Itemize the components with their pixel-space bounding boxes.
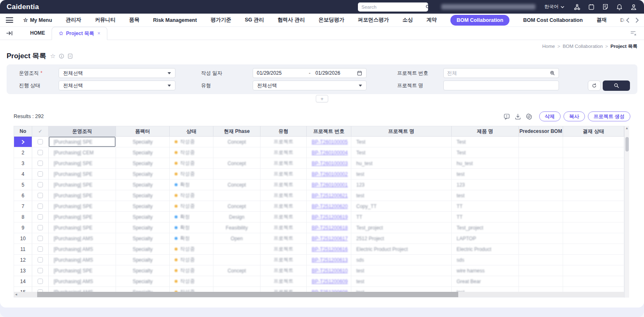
memo-icon[interactable] (602, 3, 609, 10)
project-number-link[interactable]: BP-T251200621 (312, 193, 348, 199)
menu-item-평가기준[interactable]: 평가기준 (211, 17, 231, 24)
menu-item-소싱[interactable]: 소싱 (402, 17, 413, 24)
row-checkbox[interactable] (38, 193, 43, 198)
table-row[interactable]: 12[Purchasing] AMSSpecialty작성중프로젝트BP-T25… (14, 255, 629, 265)
table-row[interactable]: 11[Purchasing] AMSSpecialty작성중프로젝트BP-T25… (14, 244, 629, 255)
delete-button[interactable]: 삭제 (539, 111, 561, 121)
project-number-link[interactable]: BP-T251200613 (312, 257, 348, 263)
created-date-range[interactable]: 01/29/2025 - 01/29/2026 (253, 68, 367, 78)
create-project-button[interactable]: 프로젝트 생성 (588, 111, 630, 121)
menu-item-sg-관리[interactable]: SG 관리 (245, 17, 264, 24)
menu-item-bom-collaboration[interactable]: BOM Collaboration (450, 15, 509, 26)
table-row[interactable]: 13[Purchasing] SPESpecialty작성중Concept프로젝… (14, 265, 629, 276)
org-select[interactable]: 전체선택 (59, 68, 175, 78)
settings-icon[interactable] (526, 113, 533, 120)
column-header-org[interactable]: 운영조직 (49, 126, 116, 137)
table-row[interactable]: 10[Purchasing] AMSSpecialty확정Open프로젝트BP-… (14, 233, 629, 244)
star-icon[interactable]: ☆ (50, 53, 55, 59)
project-number-link[interactable]: BP-T251200609 (312, 279, 348, 284)
date-from[interactable]: 01/29/2025 (257, 70, 309, 76)
global-search[interactable] (358, 2, 428, 12)
project-number-link[interactable]: BP-T260100002 (312, 171, 348, 177)
scroll-left-icon[interactable]: ◄ (14, 293, 19, 296)
menu-item-협력사-관리[interactable]: 협력사 관리 (277, 17, 305, 24)
column-header-projectNo[interactable]: 프로젝트 번호 (307, 126, 351, 137)
menu-item-bom-cost-collaboration[interactable]: BOM Cost Collaboration (523, 17, 582, 23)
copy-button[interactable]: 복사 (564, 111, 585, 121)
project-number-link[interactable]: BP-T251200617 (312, 236, 348, 241)
row-checkbox[interactable] (38, 161, 43, 166)
breadcrumb-item[interactable]: Home (542, 44, 555, 49)
tab-close-icon[interactable]: × (97, 31, 100, 36)
column-header-formFactor[interactable]: 폼팩터 (116, 126, 170, 137)
menu-item-온보딩평가[interactable]: 온보딩평가 (318, 17, 344, 24)
menu-item-my-menu[interactable]: ☆My Menu (23, 17, 52, 23)
search-icon[interactable] (425, 4, 431, 9)
row-checkbox[interactable] (38, 139, 43, 144)
row-checkbox[interactable] (38, 182, 43, 187)
zoom-search-icon[interactable] (549, 70, 555, 76)
close-all-tabs-icon[interactable] (630, 30, 637, 38)
project-number-link[interactable]: BP-T251200610 (312, 268, 348, 274)
column-header-check[interactable]: ✓ (32, 126, 49, 137)
row-checkbox[interactable] (38, 236, 43, 241)
table-row[interactable]: 4[Purchasing] SPESpecialty작성중프로젝트BP-T260… (14, 169, 629, 180)
row-checkbox[interactable] (38, 214, 43, 220)
expand-filters-button[interactable]: + (316, 95, 328, 102)
bell-icon[interactable] (616, 3, 623, 10)
tab-project-list[interactable]: Project 목록 × (52, 27, 107, 40)
row-checkbox[interactable] (38, 171, 43, 177)
collapse-sidebar-icon[interactable] (6, 30, 13, 36)
project-number-link[interactable]: BP-T260100001 (312, 182, 348, 188)
column-header-productName[interactable]: 제품 명 (452, 126, 519, 137)
search-button[interactable] (603, 80, 630, 91)
column-header-phase[interactable]: 현재 Phase (213, 126, 260, 137)
menu-item-커뮤니티[interactable]: 커뮤니티 (95, 17, 116, 24)
menu-item-risk-management[interactable]: Risk Management (153, 17, 197, 23)
menu-item-퍼포먼스평가[interactable]: 퍼포먼스평가 (358, 17, 389, 24)
table-row[interactable]: 7[Purchasing] SPESpecialty작성중Concept프로젝트… (14, 201, 629, 212)
menu-prev-icon[interactable] (626, 17, 630, 23)
table-row[interactable]: 14[Purchasing] AMSSpecialty작성중프로젝트BP-T25… (14, 276, 629, 287)
project-number-link[interactable]: BP-T251200619 (312, 214, 348, 220)
hamburger-menu-icon[interactable] (6, 17, 13, 23)
vertical-scrollbar-thumb[interactable] (625, 137, 629, 151)
project-name-input[interactable] (447, 83, 555, 88)
document-a-icon[interactable]: A (67, 53, 73, 59)
project-name-field[interactable] (443, 80, 559, 90)
progress-select[interactable]: 전체선택 (59, 80, 175, 90)
column-header-status[interactable]: 상태 (170, 126, 213, 137)
row-checkbox[interactable] (38, 279, 43, 284)
language-selector[interactable]: 한국어 (545, 4, 565, 10)
project-no-field[interactable] (443, 68, 559, 78)
date-to[interactable]: 01/29/2026 (315, 70, 357, 76)
menu-item-관리자[interactable]: 관리자 (66, 17, 81, 24)
table-row[interactable]: 5[Purchasing] SPESpecialty확정Concept프로젝트B… (14, 180, 629, 190)
download-icon[interactable] (514, 113, 521, 120)
column-header-projectName[interactable]: 프로젝트 명 (351, 126, 452, 137)
breadcrumb-item[interactable]: BOM Collaboration (563, 44, 603, 49)
table-row[interactable]: 3[Purchasing] SPESpecialty작성중Concept프로젝트… (14, 158, 629, 169)
vertical-scrollbar[interactable]: ▲ (624, 126, 629, 298)
info-icon[interactable] (59, 53, 64, 59)
row-checkbox[interactable] (38, 225, 43, 230)
user-icon[interactable] (630, 3, 637, 11)
project-number-link[interactable]: BP-T260100004 (312, 150, 348, 156)
column-header-approvalStatus[interactable]: 결재 상태 (563, 126, 624, 137)
org-chart-icon[interactable] (573, 3, 581, 11)
menu-item-품목[interactable]: 품목 (129, 17, 140, 24)
project-number-link[interactable]: BP-T260100003 (312, 161, 348, 166)
row-checkbox[interactable] (38, 150, 43, 155)
row-checkbox[interactable] (38, 268, 43, 273)
menu-next-icon[interactable] (635, 17, 639, 23)
table-row[interactable]: 6[Purchasing] SPESpecialty작성중프로젝트BP-T251… (14, 190, 629, 201)
table-row[interactable]: [Purchasing] SPESpecialty작성중Concept프로젝트B… (14, 137, 629, 147)
project-number-link[interactable]: BP-T251200620 (312, 203, 348, 209)
tab-home[interactable]: HOME (24, 26, 52, 40)
row-checkbox[interactable] (38, 203, 43, 209)
tooltip-icon[interactable] (503, 113, 510, 120)
table-row[interactable]: 8[Purchasing] SPESpecialty확정Design프로젝트BP… (14, 212, 629, 222)
search-input[interactable] (362, 5, 425, 9)
type-select[interactable]: 전체선택 (253, 80, 367, 90)
project-number-link[interactable]: BP-T251200618 (312, 225, 348, 231)
